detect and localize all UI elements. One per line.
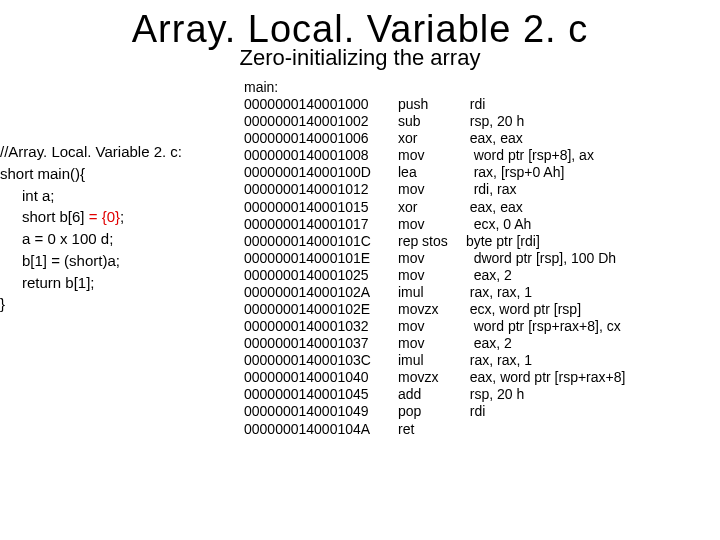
asm-address: 000000014000102A bbox=[244, 284, 398, 301]
asm-address: 0000000140001017 bbox=[244, 216, 398, 233]
asm-row: 0000000140001008mov word ptr [rsp+8], ax bbox=[244, 147, 720, 164]
asm-address: 0000000140001037 bbox=[244, 335, 398, 352]
asm-mnemonic: mov bbox=[398, 147, 462, 164]
asm-row: 000000014000102Emovzx ecx, word ptr [rsp… bbox=[244, 301, 720, 318]
asm-address: 0000000140001045 bbox=[244, 386, 398, 403]
asm-row: 0000000140001015xor eax, eax bbox=[244, 199, 720, 216]
asm-address: 000000014000101E bbox=[244, 250, 398, 267]
asm-mnemonic: push bbox=[398, 96, 462, 113]
asm-row: 0000000140001025mov eax, 2 bbox=[244, 267, 720, 284]
source-line: a = 0 x 100 d; bbox=[0, 228, 210, 250]
asm-address: 0000000140001006 bbox=[244, 130, 398, 147]
asm-mnemonic: mov bbox=[398, 335, 462, 352]
asm-row: 000000014000104Aret bbox=[244, 421, 720, 438]
asm-mnemonic: xor bbox=[398, 130, 462, 147]
asm-row: 0000000140001040movzx eax, word ptr [rsp… bbox=[244, 369, 720, 386]
asm-row: 000000014000103Cimul rax, rax, 1 bbox=[244, 352, 720, 369]
asm-operands: eax, 2 bbox=[462, 267, 512, 284]
source-text: ; bbox=[120, 208, 124, 225]
asm-row: 0000000140001012mov rdi, rax bbox=[244, 181, 720, 198]
source-line: short main(){ bbox=[0, 163, 210, 185]
asm-row: 0000000140001045add rsp, 20 h bbox=[244, 386, 720, 403]
asm-address: 0000000140001015 bbox=[244, 199, 398, 216]
asm-row: 0000000140001017mov ecx, 0 Ah bbox=[244, 216, 720, 233]
asm-mnemonic: imul bbox=[398, 284, 462, 301]
asm-mnemonic: mov bbox=[398, 250, 462, 267]
highlighted-init: = {0} bbox=[85, 208, 120, 225]
asm-row: 000000014000101Emov dword ptr [rsp], 100… bbox=[244, 250, 720, 267]
asm-mnemonic: movzx bbox=[398, 301, 462, 318]
asm-row: 0000000140001037mov eax, 2 bbox=[244, 335, 720, 352]
asm-address: 000000014000101C bbox=[244, 233, 398, 250]
asm-operands: rax, rax, 1 bbox=[462, 352, 532, 369]
source-line: b[1] = (short)a; bbox=[0, 250, 210, 272]
source-text: short b[6] bbox=[22, 208, 85, 225]
asm-operands: word ptr [rsp+8], ax bbox=[462, 147, 594, 164]
asm-operands: byte ptr [rdi] bbox=[462, 233, 540, 250]
asm-operands: rdi, rax bbox=[462, 181, 516, 198]
content-columns: //Array. Local. Variable 2. c:short main… bbox=[0, 79, 720, 438]
asm-address: 000000014000103C bbox=[244, 352, 398, 369]
asm-mnemonic: imul bbox=[398, 352, 462, 369]
asm-mnemonic: mov bbox=[398, 267, 462, 284]
asm-mnemonic: movzx bbox=[398, 369, 462, 386]
asm-operands: eax, eax bbox=[462, 130, 523, 147]
asm-address: 0000000140001025 bbox=[244, 267, 398, 284]
asm-address: 000000014000104A bbox=[244, 421, 398, 438]
asm-mnemonic: mov bbox=[398, 318, 462, 335]
asm-operands: rsp, 20 h bbox=[462, 113, 524, 130]
asm-mnemonic: lea bbox=[398, 164, 462, 181]
asm-operands: eax, eax bbox=[462, 199, 523, 216]
asm-row: 000000014000101Crep stos byte ptr [rdi] bbox=[244, 233, 720, 250]
asm-operands: rdi bbox=[462, 96, 485, 113]
asm-operands: ecx, word ptr [rsp] bbox=[462, 301, 581, 318]
asm-operands: rax, rax, 1 bbox=[462, 284, 532, 301]
asm-mnemonic: sub bbox=[398, 113, 462, 130]
asm-mnemonic: mov bbox=[398, 216, 462, 233]
asm-mnemonic: pop bbox=[398, 403, 462, 420]
asm-row: 0000000140001000push rdi bbox=[244, 96, 720, 113]
asm-row: 000000014000102Aimul rax, rax, 1 bbox=[244, 284, 720, 301]
asm-mnemonic: xor bbox=[398, 199, 462, 216]
asm-operands: ecx, 0 Ah bbox=[462, 216, 531, 233]
disassembly-panel: main:0000000140001000push rdi00000001400… bbox=[210, 79, 720, 438]
asm-address: 0000000140001049 bbox=[244, 403, 398, 420]
asm-row: 0000000140001049pop rdi bbox=[244, 403, 720, 420]
asm-address: 0000000140001002 bbox=[244, 113, 398, 130]
asm-operands: word ptr [rsp+rax+8], cx bbox=[462, 318, 621, 335]
asm-row: 0000000140001002sub rsp, 20 h bbox=[244, 113, 720, 130]
asm-row: 000000014000100Dlea rax, [rsp+0 Ah] bbox=[244, 164, 720, 181]
asm-operands: dword ptr [rsp], 100 Dh bbox=[462, 250, 616, 267]
asm-row: 0000000140001006xor eax, eax bbox=[244, 130, 720, 147]
asm-row: 0000000140001032mov word ptr [rsp+rax+8]… bbox=[244, 318, 720, 335]
asm-address: 0000000140001008 bbox=[244, 147, 398, 164]
source-line: } bbox=[0, 293, 210, 315]
asm-mnemonic: add bbox=[398, 386, 462, 403]
asm-mnemonic: rep stos bbox=[398, 233, 462, 250]
asm-operands: eax, 2 bbox=[462, 335, 512, 352]
asm-address: 0000000140001040 bbox=[244, 369, 398, 386]
asm-address: 0000000140001012 bbox=[244, 181, 398, 198]
asm-operands: rax, [rsp+0 Ah] bbox=[462, 164, 564, 181]
asm-address: 000000014000102E bbox=[244, 301, 398, 318]
slide-subtitle: Zero-initializing the array bbox=[0, 45, 720, 71]
asm-operands: eax, word ptr [rsp+rax+8] bbox=[462, 369, 625, 386]
asm-address: 0000000140001000 bbox=[244, 96, 398, 113]
source-line: int a; bbox=[0, 185, 210, 207]
asm-address: 0000000140001032 bbox=[244, 318, 398, 335]
asm-operands: rdi bbox=[462, 403, 485, 420]
asm-operands: rsp, 20 h bbox=[462, 386, 524, 403]
source-line: return b[1]; bbox=[0, 272, 210, 294]
asm-mnemonic: ret bbox=[398, 421, 462, 438]
source-line: //Array. Local. Variable 2. c: bbox=[0, 141, 210, 163]
source-line: short b[6] = {0}; bbox=[0, 206, 210, 228]
asm-mnemonic: mov bbox=[398, 181, 462, 198]
asm-label: main: bbox=[244, 79, 720, 96]
asm-address: 000000014000100D bbox=[244, 164, 398, 181]
source-code-panel: //Array. Local. Variable 2. c:short main… bbox=[0, 79, 210, 315]
